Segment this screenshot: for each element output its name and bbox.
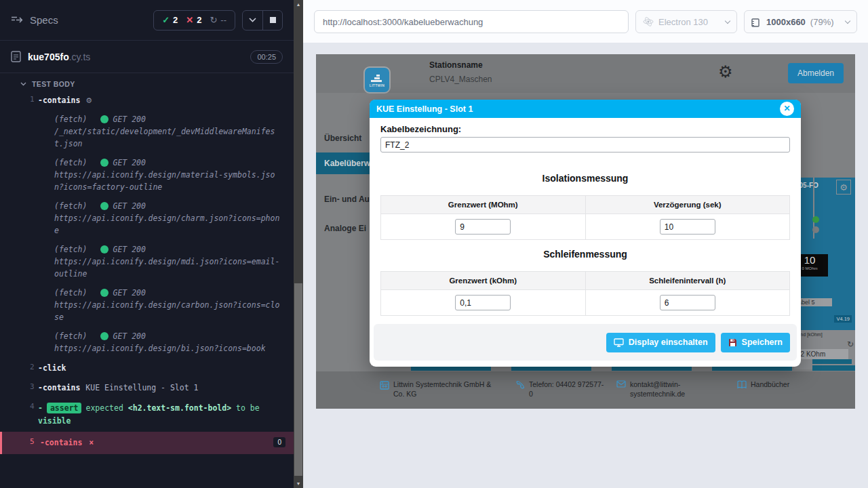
status-dot-icon bbox=[100, 159, 108, 167]
footer-manuals[interactable]: Handbücher bbox=[737, 380, 789, 389]
fetch-log[interactable]: (fetch)GET 200 https://api.iconify.desig… bbox=[0, 284, 294, 327]
scroll-up-icon[interactable]: ▲ bbox=[294, 2, 303, 7]
scrollbar-thumb[interactable] bbox=[294, 283, 302, 476]
station-name: CPLV4_Maschen bbox=[429, 75, 492, 84]
station-info: Stationsname CPLV4_Maschen bbox=[429, 60, 492, 84]
grenzwert-kohm-input[interactable] bbox=[455, 295, 511, 310]
isolationsmessung-table: Grenzwert (MOhm) Verzögerung (sek) bbox=[380, 195, 790, 240]
command-contains-1[interactable]: 1 -contains⚙ bbox=[0, 91, 294, 110]
stat-passed: ✓ 2 bbox=[162, 15, 178, 25]
nav-item-ein-ausgaenge[interactable]: Ein- und Au bbox=[316, 188, 370, 210]
device-card-fragment: 705-FO ⚙ 10 0 MOhm Kabel 5 V4.19 stand [… bbox=[794, 178, 855, 369]
viewport-select[interactable]: 1000x660 (79%) bbox=[744, 10, 857, 33]
assert-badge: assert bbox=[47, 403, 82, 413]
col-grenzwert-mohm: Grenzwert (MOhm) bbox=[381, 196, 585, 214]
chevron-down-icon bbox=[845, 18, 850, 23]
email-icon bbox=[616, 380, 626, 388]
footer-email: kontakt@littwin-systemtechnik.de bbox=[616, 380, 706, 399]
isolationsmessung-heading: Isolationsmessung bbox=[370, 173, 801, 184]
resistance-value: 22 KOhm bbox=[794, 349, 848, 359]
status-dot-icon bbox=[100, 115, 108, 123]
refresh-icon: ↻ bbox=[210, 15, 217, 25]
app-footer: Littwin Systemtechnik GmbH & Co. KG Tele… bbox=[316, 371, 855, 409]
status-green-dot bbox=[812, 216, 819, 223]
fail-x-icon: × bbox=[89, 438, 94, 447]
logo-stairs-icon bbox=[371, 73, 383, 82]
gear-icon[interactable]: ⚙ bbox=[836, 180, 851, 195]
refresh-icon[interactable]: ↻ bbox=[847, 340, 854, 349]
version-label: V4.19 bbox=[834, 315, 852, 323]
stat-failed: ✕ 2 bbox=[186, 15, 201, 25]
browser-select[interactable]: Electron 130 bbox=[635, 10, 737, 33]
command-log: 1 -contains⚙ (fetch)GET 200 /_next/stati… bbox=[0, 91, 294, 454]
book-icon bbox=[737, 380, 747, 389]
kue-settings-modal: KUE Einstellung - Slot 1 ✕ Kabelbezeichn… bbox=[370, 100, 801, 367]
command-contains-failed[interactable]: 5 -contains× 0 bbox=[0, 432, 294, 454]
ruler-icon bbox=[751, 17, 762, 27]
schleifenintervall-input[interactable] bbox=[660, 295, 715, 310]
close-icon[interactable]: ✕ bbox=[780, 102, 794, 116]
littwin-logo: LITTWIN bbox=[363, 66, 391, 94]
stop-button[interactable] bbox=[262, 11, 282, 30]
chevron-down-icon bbox=[249, 18, 256, 22]
schleifenmessung-table: Grenzwert (kOhm) Schleifenintervall (h) bbox=[380, 271, 790, 316]
status-dot-icon bbox=[100, 332, 108, 340]
station-label: Stationsname bbox=[429, 60, 492, 70]
speichern-button[interactable]: Speichern bbox=[721, 333, 790, 352]
fetch-log[interactable]: (fetch)GET 200 https://api.iconify.desig… bbox=[0, 241, 294, 284]
save-floppy-icon bbox=[728, 338, 737, 347]
command-assert[interactable]: 4 -assertexpected <h2.text-sm.font-bold>… bbox=[0, 398, 294, 432]
check-icon: ✓ bbox=[162, 15, 170, 25]
fetch-log[interactable]: (fetch)GET 200 https://api.iconify.desig… bbox=[0, 327, 294, 359]
footer-phone: Telefon: 04402 972577-0 bbox=[516, 380, 604, 399]
col-schleifenintervall-h: Schleifenintervall (h) bbox=[585, 272, 790, 289]
spec-file-icon bbox=[11, 51, 21, 62]
stat-pending: ↻ -- bbox=[210, 15, 226, 25]
nav-item-uebersicht[interactable]: Übersicht bbox=[316, 127, 370, 149]
test-body-toggle[interactable]: TEST BODY bbox=[0, 73, 294, 91]
fetch-log[interactable]: (fetch)GET 200 /_next/static/development… bbox=[0, 110, 294, 154]
fetch-log[interactable]: (fetch)GET 200 https://api.iconify.desig… bbox=[0, 197, 294, 241]
specs-list-icon bbox=[11, 16, 23, 24]
reporter-scrollbar[interactable]: ▲ ▼ bbox=[294, 0, 303, 488]
reporter-header: Specs ✓ 2 ✕ 2 ↻ -- bbox=[0, 0, 294, 41]
modal-footer: Display einschalten Speichern bbox=[374, 324, 797, 361]
cypress-reporter: Specs ✓ 2 ✕ 2 ↻ -- bbox=[0, 0, 294, 488]
status-dot-icon bbox=[100, 202, 108, 210]
chevron-down-icon bbox=[725, 18, 730, 23]
nav-item-analoge-eingaenge[interactable]: Analoge Ei bbox=[316, 218, 370, 239]
gear-icon: ⚙ bbox=[85, 96, 92, 105]
grenzwert-mohm-input[interactable] bbox=[455, 219, 511, 235]
spec-name: kue705fo.cy.ts bbox=[28, 52, 90, 62]
col-grenzwert-kohm: Grenzwert (kOhm) bbox=[381, 272, 585, 289]
kabelbezeichnung-input[interactable] bbox=[380, 137, 790, 152]
match-count-badge: 0 bbox=[273, 437, 285, 447]
modal-header: KUE Einstellung - Slot 1 ✕ bbox=[370, 100, 801, 118]
status-gray-dot bbox=[812, 226, 819, 233]
settings-gear-icon[interactable]: ⚙ bbox=[718, 62, 733, 81]
spec-duration-badge: 00:25 bbox=[250, 50, 283, 64]
logout-button[interactable]: Abmelden bbox=[788, 63, 844, 83]
url-toolbar: Electron 130 1000x660 (79%) bbox=[303, 0, 868, 43]
collapse-button[interactable] bbox=[243, 11, 262, 30]
specs-label: Specs bbox=[30, 14, 58, 26]
schleifenmessung-heading: Schleifenmessung bbox=[370, 249, 801, 260]
command-click[interactable]: 2 -click bbox=[0, 359, 294, 378]
spec-row[interactable]: kue705fo.cy.ts 00:25 bbox=[0, 41, 294, 73]
phone-icon bbox=[516, 380, 525, 389]
modal-title: KUE Einstellung - Slot 1 bbox=[376, 104, 473, 114]
kabelbezeichnung-label: Kabelbezeichnung: bbox=[380, 124, 461, 134]
url-input[interactable] bbox=[314, 10, 629, 33]
chevron-down-icon bbox=[20, 82, 26, 86]
status-dot-icon bbox=[100, 245, 108, 253]
monitor-icon bbox=[614, 338, 624, 347]
command-contains-3[interactable]: 3 -containsKUE Einstellung - Slot 1 bbox=[0, 378, 294, 398]
nav-item-kabelueberwachung[interactable]: Kabelüberw bbox=[316, 152, 370, 174]
fetch-log[interactable]: (fetch)GET 200 https://api.iconify.desig… bbox=[0, 154, 294, 197]
specs-nav[interactable]: Specs bbox=[11, 14, 58, 26]
test-stats: ✓ 2 ✕ 2 ↻ -- bbox=[153, 10, 235, 30]
stop-icon bbox=[270, 17, 276, 23]
display-einschalten-button[interactable]: Display einschalten bbox=[606, 333, 715, 352]
verzoegerung-sek-input[interactable] bbox=[660, 219, 715, 235]
scroll-down-icon[interactable]: ▼ bbox=[294, 481, 303, 486]
